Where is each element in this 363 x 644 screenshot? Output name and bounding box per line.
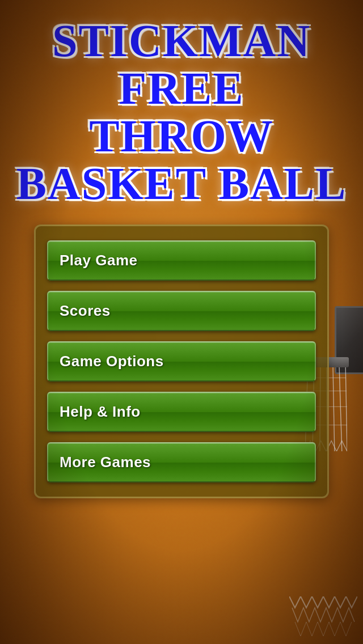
title-line-2: FREE xyxy=(0,65,363,112)
help-info-button[interactable]: Help & Info xyxy=(47,392,316,432)
more-games-button[interactable]: More Games xyxy=(47,442,316,482)
svg-line-4 xyxy=(333,367,335,451)
scores-button[interactable]: Scores xyxy=(47,291,316,331)
svg-line-5 xyxy=(339,367,342,451)
play-game-button[interactable]: Play Game xyxy=(47,240,316,281)
menu-panel: Play Game Scores Game Options Help & Inf… xyxy=(34,224,329,498)
game-title: STICKMAN FREE THROW BASKET BALL xyxy=(0,17,363,207)
svg-line-6 xyxy=(345,367,347,451)
game-options-button[interactable]: Game Options xyxy=(47,341,316,382)
title-line-1: STICKMAN xyxy=(0,17,363,65)
app-container: STICKMAN FREE THROW BASKET BALL xyxy=(0,0,363,644)
title-line-3: THROW xyxy=(0,112,363,160)
title-line-4: BASKET BALL xyxy=(0,160,363,207)
net-bottom-decoration xyxy=(289,596,357,644)
title-area: STICKMAN FREE THROW BASKET BALL xyxy=(0,0,363,213)
